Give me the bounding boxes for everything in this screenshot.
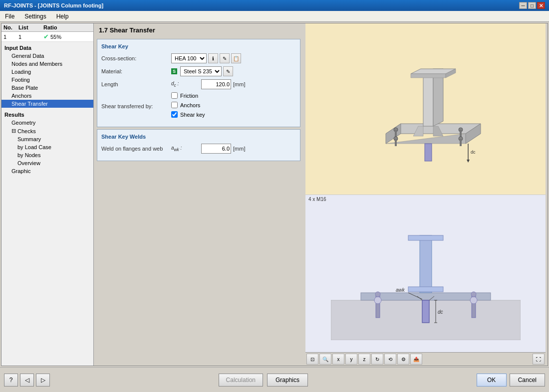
cross-section-select[interactable]: HEA 100 HEA 120 IPE 100 [171, 53, 207, 63]
maximize-button[interactable]: □ [528, 2, 536, 9]
panel-title: 1.7 Shear Transfer [94, 23, 303, 37]
cancel-button[interactable]: Cancel [510, 374, 545, 387]
length-unit: [mm] [233, 81, 245, 87]
calculation-button[interactable]: Calculation [219, 374, 263, 387]
rotate-btn[interactable]: ↻ [371, 354, 383, 365]
shear-key-checkbox-row[interactable]: Shear key [171, 111, 205, 118]
svg-rect-35 [408, 235, 443, 240]
tree-item-base-plate[interactable]: Base Plate [1, 84, 93, 92]
tree-item-geometry[interactable]: Geometry [1, 119, 93, 127]
material-select[interactable]: Steel S 235 Steel S 275 Steel S 355 [180, 66, 222, 76]
export-btn[interactable]: 📤 [410, 354, 422, 365]
tree-item-by-nodes[interactable]: by Nodes [1, 151, 93, 159]
main-container: No. List Ratio 1 1 ✔ 55% Input Data Gene… [0, 22, 549, 392]
length-input[interactable] [201, 79, 231, 89]
friction-checkbox-row[interactable]: Friction [171, 92, 205, 99]
shear-transferred-label: Shear transferred by: [101, 103, 171, 109]
material-badge: S [171, 68, 177, 74]
bottom-view: 4 x M16 [305, 195, 546, 366]
graphics-panels: dc 4 x M16 [305, 23, 546, 366]
minimize-button[interactable]: ─ [519, 2, 527, 9]
graphics-button[interactable]: Graphics [267, 374, 308, 387]
material-edit-btn[interactable]: ✎ [223, 66, 233, 76]
tree-item-shear-transfer[interactable]: Shear Transfer [1, 100, 93, 108]
tree-item-general-data[interactable]: General Data [1, 52, 93, 60]
anchors-checkbox-row[interactable]: Anchors [171, 102, 205, 108]
menu-file[interactable]: File [2, 12, 17, 21]
svg-marker-5 [423, 74, 433, 126]
svg-rect-20 [460, 139, 462, 146]
cross-section-edit-btn[interactable]: ✎ [220, 53, 230, 63]
form-panel: 1.7 Shear Transfer Shear Key Cross-secti… [94, 23, 303, 366]
cross-section-load-btn[interactable]: 📋 [231, 53, 241, 63]
tree-item-footing[interactable]: Footing [1, 76, 93, 84]
col-header-list: List [18, 24, 43, 30]
pan-z-btn[interactable]: z [358, 354, 370, 365]
footer: ? ◁ ▷ Calculation Graphics OK Cancel [0, 367, 549, 392]
reset-btn[interactable]: ⟲ [384, 354, 396, 365]
next-btn[interactable]: ▷ [36, 374, 50, 387]
cross-section-info-btn[interactable]: ℹ [208, 53, 218, 63]
tree-item-loading[interactable]: Loading [1, 68, 93, 76]
col-header-no: No. [3, 24, 18, 30]
right-split: 1.7 Shear Transfer Shear Key Cross-secti… [94, 23, 548, 366]
svg-rect-34 [420, 235, 432, 293]
help-btn[interactable]: ? [4, 374, 18, 387]
shear-key-cb-label: Shear key [180, 112, 205, 118]
material-controls: S Steel S 235 Steel S 275 Steel S 355 ✎ [171, 66, 233, 76]
zoom-in-btn[interactable]: 🔍 [319, 354, 331, 365]
shear-transferred-row: Shear transferred by: Friction Anchors [101, 92, 296, 120]
svg-point-32 [470, 297, 477, 304]
weld-row: Weld on flanges and web awk : [mm] [101, 144, 296, 154]
table-header: No. List Ratio [1, 23, 93, 32]
shear-key-checkbox[interactable] [171, 111, 178, 118]
material-label: Material: [101, 68, 171, 74]
pan-y-btn[interactable]: y [345, 354, 357, 365]
window-controls: ─ □ ✕ [519, 2, 545, 9]
cell-ratio: ✔ 55% [43, 33, 91, 40]
anchors-label: Anchors [180, 102, 200, 108]
status-icon: ✔ [43, 33, 49, 40]
tree-item-graphic[interactable]: Graphic [1, 167, 93, 175]
menu-help[interactable]: Help [53, 12, 72, 21]
tree-item-nodes-members[interactable]: Nodes and Members [1, 60, 93, 68]
footer-right-controls: OK Cancel [477, 374, 545, 387]
shear-key-section: Shear Key Cross-section: HEA 100 HEA 120… [97, 39, 300, 127]
tree-container: Input Data General Data Nodes and Member… [1, 42, 93, 366]
tree-item-anchors[interactable]: Anchors [1, 92, 93, 100]
prev-btn[interactable]: ◁ [20, 374, 34, 387]
footer-left-controls: ? ◁ ▷ [4, 374, 50, 387]
weld-label: Weld on flanges and web [101, 146, 171, 152]
menu-settings[interactable]: Settings [21, 12, 49, 21]
table-row[interactable]: 1 1 ✔ 55% [1, 32, 93, 42]
collapse-icon: ⊟ [11, 128, 16, 134]
svg-text:awk: awk [396, 287, 405, 293]
cell-no: 1 [3, 34, 18, 40]
pan-x-btn[interactable]: x [332, 354, 344, 365]
top-view: dc [305, 23, 546, 195]
weld-unit: [mm] [233, 146, 245, 152]
svg-rect-18 [395, 139, 397, 146]
settings-view-btn[interactable]: ⚙ [397, 354, 409, 365]
close-button[interactable]: ✕ [537, 2, 545, 9]
tree-item-by-load-case[interactable]: by Load Case [1, 143, 93, 151]
svg-rect-37 [422, 300, 429, 323]
length-label: Length [101, 81, 171, 87]
tree-item-checks[interactable]: ⊟ Checks [1, 127, 93, 135]
shear-key-header: Shear Key [101, 43, 296, 49]
view-label: 4 x M16 [305, 195, 546, 203]
zoom-all-btn[interactable]: ⊡ [306, 354, 318, 365]
fullscreen-btn[interactable]: ⛶ [533, 354, 545, 365]
cell-list: 1 [18, 34, 43, 40]
friction-checkbox[interactable] [171, 92, 178, 99]
ok-button[interactable]: OK [477, 374, 507, 387]
tree-item-summary[interactable]: Summary [1, 135, 93, 143]
length-row: Length dc : [mm] [101, 79, 296, 89]
svg-point-33 [471, 292, 476, 297]
svg-text:dc: dc [438, 309, 443, 315]
anchors-checkbox[interactable] [171, 102, 178, 108]
window-title: RF-JOINTS - [JOINTS Column footing] [4, 2, 103, 8]
weld-input[interactable] [201, 144, 231, 154]
material-row: Material: S Steel S 235 Steel S 275 Stee… [101, 66, 296, 76]
tree-item-overview[interactable]: Overview [1, 159, 93, 167]
